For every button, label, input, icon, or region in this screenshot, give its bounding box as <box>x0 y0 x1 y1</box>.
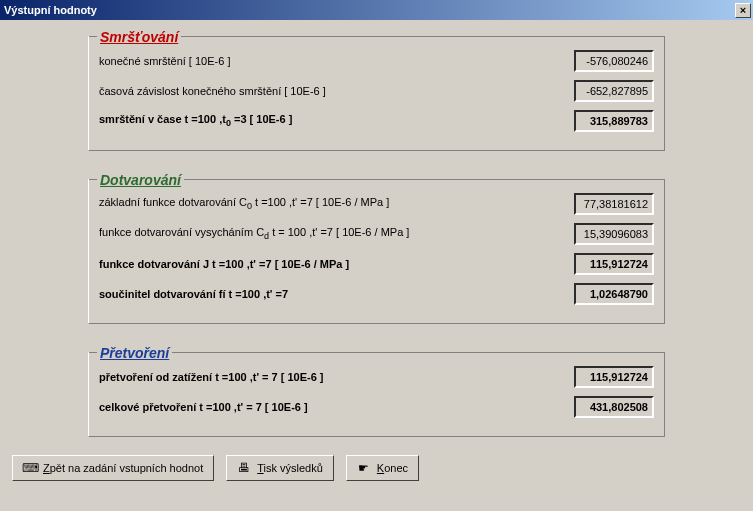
value-zakladni-funkce: 77,38181612 <box>574 193 654 215</box>
row-soucinitel: součinitel dotvarování fí t =100 ,t' =7 … <box>99 283 654 305</box>
label-pretvoreni-od-zatizeni: přetvoření od zatížení t =100 ,t' = 7 [ … <box>99 371 574 383</box>
print-button[interactable]: 🖶 Tisk výsledků <box>226 455 334 481</box>
titlebar: Výstupní hodnoty × <box>0 0 753 20</box>
value-casova-zavislost: -652,827895 <box>574 80 654 102</box>
label-zakladni-funkce: základní funkce dotvarování C0 t =100 ,t… <box>99 196 574 211</box>
value-smrsteni-v-case: 315,889783 <box>574 110 654 132</box>
print-button-label: isk výsledků <box>264 462 323 474</box>
value-funkce-j: 115,912724 <box>574 253 654 275</box>
row-celkove-pretvoreni: celkové přetvoření t =100 ,t' = 7 [ 10E-… <box>99 396 654 418</box>
value-pretvoreni-od-zatizeni: 115,912724 <box>574 366 654 388</box>
row-funkce-j: funkce dotvarování J t =100 ,t' =7 [ 10E… <box>99 253 654 275</box>
legend-smrstovani: Smršťování <box>100 29 178 45</box>
row-casova-zavislost: časová závislost konečného smrštění [ 10… <box>99 80 654 102</box>
group-dotvarovani: Dotvarování základní funkce dotvarování … <box>88 179 665 324</box>
label-konecne-smrsteni: konečné smrštění [ 10E-6 ] <box>99 55 574 67</box>
row-konecne-smrsteni: konečné smrštění [ 10E-6 ] -576,080246 <box>99 50 654 72</box>
window-title: Výstupní hodnoty <box>4 4 97 16</box>
value-konecne-smrsteni: -576,080246 <box>574 50 654 72</box>
close-icon[interactable]: × <box>735 3 751 18</box>
end-button-label: onec <box>384 462 408 474</box>
value-funkce-vysychanim: 15,39096083 <box>574 223 654 245</box>
legend-pretvoreni: Přetvoření <box>100 345 169 361</box>
row-pretvoreni-od-zatizeni: přetvoření od zatížení t =100 ,t' = 7 [ … <box>99 366 654 388</box>
value-soucinitel: 1,02648790 <box>574 283 654 305</box>
row-smrsteni-v-case: smrštění v čase t =100 ,t0 =3 [ 10E-6 ] … <box>99 110 654 132</box>
end-button[interactable]: ☛ Konec <box>346 455 419 481</box>
printer-icon: 🖶 <box>237 461 251 475</box>
label-casova-zavislost: časová závislost konečného smrštění [ 10… <box>99 85 574 97</box>
label-funkce-vysychanim: funkce dotvarování vysycháním Cd t = 100… <box>99 226 574 241</box>
back-icon: ⌨ <box>23 461 37 475</box>
back-button[interactable]: ⌨ Zpět na zadání vstupních hodnot <box>12 455 214 481</box>
group-smrstovani: Smršťování konečné smrštění [ 10E-6 ] -5… <box>88 36 665 151</box>
group-pretvoreni: Přetvoření přetvoření od zatížení t =100… <box>88 352 665 437</box>
label-smrsteni-v-case: smrštění v čase t =100 ,t0 =3 [ 10E-6 ] <box>99 113 574 128</box>
row-funkce-vysychanim: funkce dotvarování vysycháním Cd t = 100… <box>99 223 654 245</box>
row-zakladni-funkce: základní funkce dotvarování C0 t =100 ,t… <box>99 193 654 215</box>
button-bar: ⌨ Zpět na zadání vstupních hodnot 🖶 Tisk… <box>8 449 745 487</box>
back-button-label: pět na zadání vstupních hodnot <box>50 462 204 474</box>
exit-icon: ☛ <box>357 461 371 475</box>
label-funkce-j: funkce dotvarování J t =100 ,t' =7 [ 10E… <box>99 258 574 270</box>
client-area: Smršťování konečné smrštění [ 10E-6 ] -5… <box>0 20 753 491</box>
value-celkove-pretvoreni: 431,802508 <box>574 396 654 418</box>
label-celkove-pretvoreni: celkové přetvoření t =100 ,t' = 7 [ 10E-… <box>99 401 574 413</box>
legend-dotvarovani: Dotvarování <box>100 172 181 188</box>
label-soucinitel: součinitel dotvarování fí t =100 ,t' =7 <box>99 288 574 300</box>
